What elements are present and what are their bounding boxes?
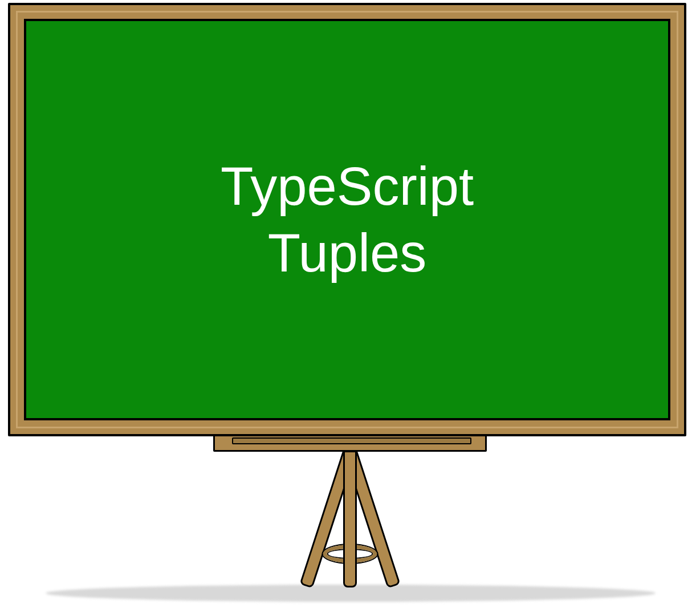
easel-stand — [236, 433, 464, 605]
easel-tray-inner — [232, 437, 471, 444]
easel-leg-center — [343, 451, 357, 587]
title-line-2: Tuples — [268, 223, 427, 283]
chalkboard-title: TypeScript Tuples — [221, 153, 474, 287]
chalkboard-surface: TypeScript Tuples — [24, 19, 670, 420]
title-line-1: TypeScript — [221, 156, 474, 216]
chalkboard-scene: TypeScript Tuples — [0, 0, 700, 616]
